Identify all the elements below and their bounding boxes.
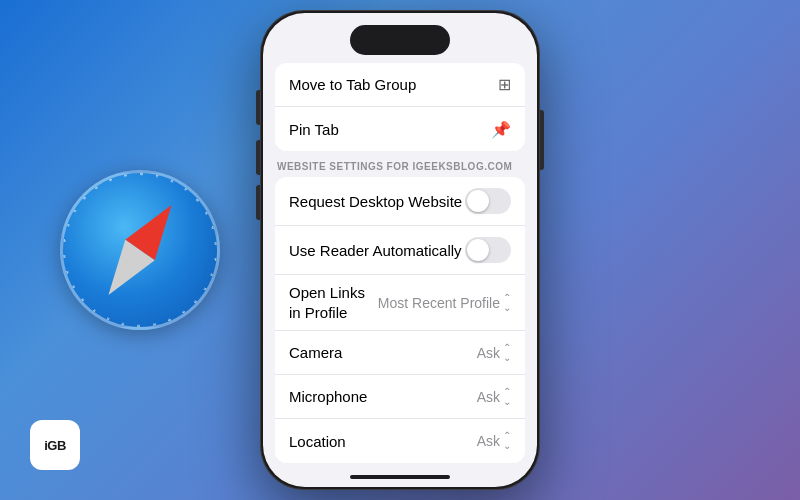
dynamic-island xyxy=(350,25,450,55)
microphone-chevron-icon: ⌃⌄ xyxy=(503,387,511,407)
menu-item-use-reader[interactable]: Use Reader Automatically xyxy=(275,226,525,275)
use-reader-label: Use Reader Automatically xyxy=(289,242,462,259)
home-indicator xyxy=(350,475,450,479)
phone-screen: Move to Tab Group ⊞ Pin Tab 📌 WEBSITE SE… xyxy=(263,13,537,487)
use-reader-toggle[interactable] xyxy=(465,237,511,263)
pin-icon: 📌 xyxy=(491,120,511,139)
menu-item-pin-tab[interactable]: Pin Tab 📌 xyxy=(275,107,525,151)
menu-item-move-tab-group[interactable]: Move to Tab Group ⊞ xyxy=(275,63,525,107)
microphone-value: Ask ⌃⌄ xyxy=(477,387,511,407)
menu-item-open-links[interactable]: Open Links in Profile Most Recent Profil… xyxy=(275,275,525,331)
open-links-value: Most Recent Profile ⌃⌄ xyxy=(378,293,511,313)
microphone-label: Microphone xyxy=(289,388,367,405)
menu-item-location[interactable]: Location Ask ⌃⌄ xyxy=(275,419,525,463)
open-links-chevron-icon: ⌃⌄ xyxy=(503,293,511,313)
open-links-label: Open Links in Profile xyxy=(289,283,365,322)
website-settings-header: WEBSITE SETTINGS FOR IGEEKSBLOG.COM xyxy=(263,151,537,177)
location-label: Location xyxy=(289,433,346,450)
safari-icon xyxy=(60,170,220,330)
top-menu-section: Move to Tab Group ⊞ Pin Tab 📌 xyxy=(275,63,525,151)
request-desktop-label: Request Desktop Website xyxy=(289,193,462,210)
tab-group-icon: ⊞ xyxy=(498,75,511,94)
igb-badge: iGB xyxy=(30,420,80,470)
menu-item-camera[interactable]: Camera Ask ⌃⌄ xyxy=(275,331,525,375)
menu-item-microphone[interactable]: Microphone Ask ⌃⌄ xyxy=(275,375,525,419)
move-tab-group-label: Move to Tab Group xyxy=(289,76,416,93)
camera-value: Ask ⌃⌄ xyxy=(477,343,511,363)
pin-tab-label: Pin Tab xyxy=(289,121,339,138)
request-desktop-toggle[interactable] xyxy=(465,188,511,214)
menu-container: Move to Tab Group ⊞ Pin Tab 📌 WEBSITE SE… xyxy=(263,55,537,469)
phone-frame: Move to Tab Group ⊞ Pin Tab 📌 WEBSITE SE… xyxy=(260,10,540,490)
menu-item-request-desktop[interactable]: Request Desktop Website xyxy=(275,177,525,226)
location-value: Ask ⌃⌄ xyxy=(477,431,511,451)
location-chevron-icon: ⌃⌄ xyxy=(503,431,511,451)
bottom-menu-section: Request Desktop Website Use Reader Autom… xyxy=(275,177,525,463)
camera-chevron-icon: ⌃⌄ xyxy=(503,343,511,363)
camera-label: Camera xyxy=(289,344,342,361)
